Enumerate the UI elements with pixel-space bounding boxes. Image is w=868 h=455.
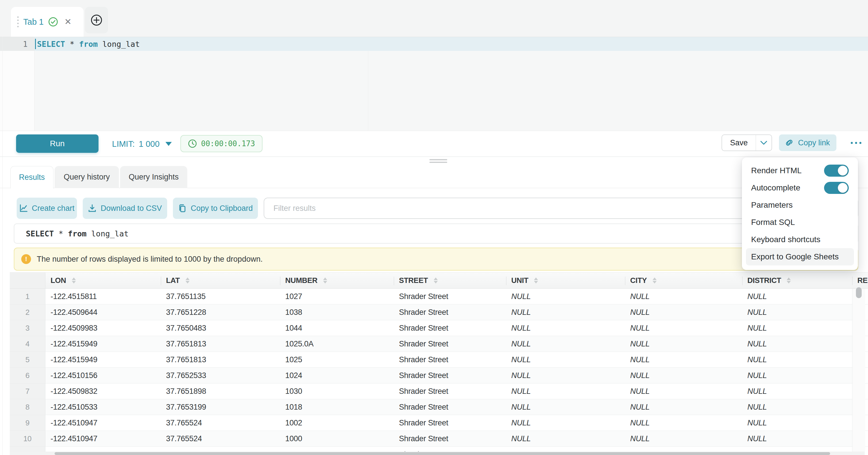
cell-unit: NULL bbox=[506, 384, 625, 399]
horizontal-scrollbar-thumb[interactable] bbox=[55, 452, 830, 455]
row-index: 1 bbox=[10, 289, 45, 304]
chevron-down-icon bbox=[760, 141, 768, 145]
menu-item-export-to-google-sheets[interactable]: Export to Google Sheets bbox=[746, 248, 854, 266]
cell-street: Shrader Street bbox=[394, 368, 506, 383]
cell-street: Shrader Street bbox=[394, 320, 506, 336]
add-tab-button[interactable] bbox=[85, 7, 108, 33]
cell-city: NULL bbox=[625, 320, 742, 336]
column-header-lat[interactable]: LAT bbox=[161, 273, 280, 289]
menu-item-label: Autocomplete bbox=[751, 183, 800, 192]
cell-number: 1025 bbox=[280, 352, 394, 367]
cell-lat: 37.7652533 bbox=[161, 368, 280, 383]
column-header-lon[interactable]: LON bbox=[45, 273, 161, 289]
cell-lat: 37.7653199 bbox=[161, 399, 280, 415]
save-split-button: Save bbox=[721, 134, 772, 151]
editor-content-divider bbox=[368, 51, 368, 131]
cell-district: NULL bbox=[742, 320, 852, 336]
panel-left-border bbox=[2, 37, 3, 455]
run-button[interactable]: Run bbox=[16, 134, 98, 153]
cell-lat: 37.7651228 bbox=[161, 304, 280, 320]
cell-lon: -122.4515811 bbox=[45, 289, 161, 304]
cell-number: 1038 bbox=[280, 304, 394, 320]
cell-lat: 37.7651813 bbox=[161, 352, 280, 367]
column-header-street[interactable]: STREET bbox=[394, 273, 506, 289]
more-options-button[interactable] bbox=[847, 134, 865, 151]
warning-icon: ! bbox=[21, 254, 31, 264]
column-header-number[interactable]: NUMBER bbox=[280, 273, 394, 289]
menu-item-parameters[interactable]: Parameters bbox=[746, 196, 854, 214]
close-tab-icon[interactable]: ✕ bbox=[64, 18, 71, 26]
limit-dropdown[interactable]: LIMIT: 1 000 bbox=[112, 131, 172, 157]
sql-code-editor[interactable]: 1 SELECT * from long_lat bbox=[0, 37, 868, 131]
sort-icon[interactable] bbox=[534, 277, 538, 283]
sort-icon[interactable] bbox=[653, 277, 657, 283]
column-header-district[interactable]: DISTRICT bbox=[742, 273, 852, 289]
menu-item-render-html[interactable]: Render HTML bbox=[746, 162, 854, 179]
sort-icon[interactable] bbox=[186, 277, 190, 283]
cell-district: NULL bbox=[742, 336, 852, 352]
code-line[interactable]: SELECT * from long_lat bbox=[34, 37, 868, 51]
sql-identifier: long_lat bbox=[98, 40, 140, 49]
menu-item-format-sql[interactable]: Format SQL bbox=[746, 214, 854, 231]
sort-icon[interactable] bbox=[434, 277, 438, 283]
column-header-unit[interactable]: UNIT bbox=[506, 273, 625, 289]
create-chart-button[interactable]: Create chart bbox=[17, 198, 77, 219]
copy-link-button[interactable]: Copy link bbox=[779, 134, 836, 151]
cell-lon: -122.4510947 bbox=[45, 431, 161, 446]
pane-resize-handle[interactable] bbox=[429, 159, 447, 163]
column-label: LON bbox=[51, 276, 66, 285]
timer-value: 00:00:00.173 bbox=[201, 139, 255, 148]
column-label: NUMBER bbox=[285, 276, 317, 285]
autocomplete-toggle[interactable] bbox=[824, 182, 849, 194]
menu-item-label: Format SQL bbox=[751, 218, 795, 227]
line-number: 1 bbox=[0, 37, 34, 51]
column-header-re[interactable]: RE bbox=[852, 273, 868, 289]
cell-unit: NULL bbox=[506, 304, 625, 320]
chart-icon bbox=[19, 204, 28, 213]
cell-street: Shrader Street bbox=[394, 289, 506, 304]
drag-handle-icon[interactable] bbox=[17, 17, 19, 27]
cell-lon: -122.4515949 bbox=[45, 336, 161, 352]
cell-number: 1000 bbox=[280, 431, 394, 446]
results-table: LONLATNUMBERSTREETUNITCITYDISTRICTRE 1-1… bbox=[10, 272, 868, 455]
sort-icon[interactable] bbox=[787, 277, 791, 283]
vertical-scrollbar-thumb[interactable] bbox=[856, 287, 862, 298]
cell-street: Shrader Street bbox=[394, 415, 506, 431]
cell-number: 1030 bbox=[280, 384, 394, 399]
sort-icon[interactable] bbox=[72, 277, 76, 283]
column-header-city[interactable]: CITY bbox=[625, 273, 742, 289]
table-row: 4-122.451594937.76518131025.0AShrader St… bbox=[10, 336, 868, 352]
executed-query-preview: SELECT * from long_lat bbox=[14, 223, 858, 244]
query-tab[interactable]: Tab 1 ✕ bbox=[11, 7, 84, 37]
sql-operator: * bbox=[65, 40, 79, 49]
sql-keyword: from bbox=[68, 229, 87, 238]
copy-clipboard-button[interactable]: Copy to Clipboard bbox=[173, 198, 258, 219]
copy-link-label: Copy link bbox=[798, 139, 830, 147]
cell-city: NULL bbox=[625, 289, 742, 304]
tab-query-insights[interactable]: Query Insights bbox=[120, 166, 187, 188]
cell-number: 1018 bbox=[280, 399, 394, 415]
save-options-button[interactable] bbox=[756, 135, 772, 151]
cell-unit: NULL bbox=[506, 431, 625, 446]
menu-item-autocomplete[interactable]: Autocomplete bbox=[746, 179, 854, 196]
row-index: 9 bbox=[10, 415, 45, 431]
cell-number: 1027 bbox=[280, 289, 394, 304]
row-index-header bbox=[10, 273, 45, 289]
cell-lon: -122.4509832 bbox=[45, 384, 161, 399]
cell-unit: NULL bbox=[506, 352, 625, 367]
pane-divider bbox=[0, 156, 868, 157]
sql-editor-app: Tab 1 ✕ 1 SELECT * from long_lat Run LIM… bbox=[0, 0, 868, 455]
menu-item-label: Export to Google Sheets bbox=[751, 252, 839, 262]
tab-results[interactable]: Results bbox=[10, 166, 54, 188]
cell-city: NULL bbox=[625, 352, 742, 367]
save-button[interactable]: Save bbox=[722, 135, 756, 151]
download-csv-button[interactable]: Download to CSV bbox=[83, 198, 167, 219]
plus-icon bbox=[91, 14, 102, 26]
menu-item-keyboard-shortcuts[interactable]: Keyboard shortcuts bbox=[746, 231, 854, 248]
render-html-toggle[interactable] bbox=[824, 164, 849, 177]
editor-active-line[interactable]: 1 SELECT * from long_lat bbox=[0, 37, 868, 51]
tab-query-history[interactable]: Query history bbox=[55, 166, 119, 188]
sort-icon[interactable] bbox=[323, 277, 327, 283]
cell-lon: -122.4515949 bbox=[45, 352, 161, 367]
table-header-row: LONLATNUMBERSTREETUNITCITYDISTRICTRE bbox=[10, 272, 868, 289]
